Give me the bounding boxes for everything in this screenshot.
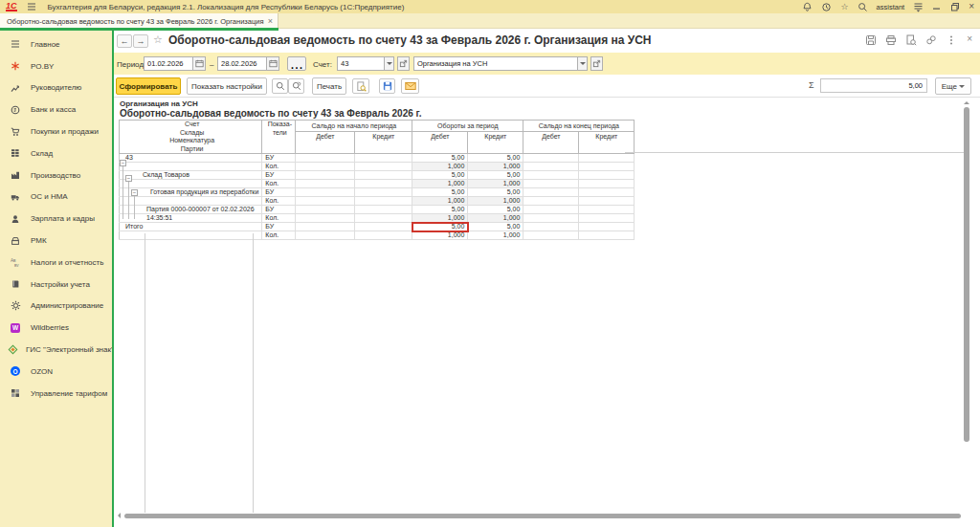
app-window: 1С Бухгалтерия для Беларуси, редакция 2.… xyxy=(0,0,980,527)
osv-table: Счет Склады Номенклатура Партии Показа- … xyxy=(119,120,635,240)
table-row-account[interactable]: 43БУ 5,005,00 xyxy=(120,154,635,163)
date-to-input[interactable] xyxy=(217,56,267,71)
print-icon[interactable] xyxy=(885,34,897,46)
restore-button[interactable] xyxy=(950,2,960,11)
col-header-account: Счет Склады Номенклатура Партии xyxy=(120,121,262,154)
sidebar-item-zarplata-i-kadry[interactable]: Зарплата и кадры xyxy=(0,208,112,230)
sidebar-item-administrirovanie[interactable]: Администрирование xyxy=(0,296,112,318)
table-row-qty[interactable]: 14:35:51Кол. 1,0001,000 xyxy=(120,214,635,223)
sidebar-item-upravlenie-tarifom[interactable]: Управление тарифом xyxy=(0,383,112,405)
date-from-input[interactable] xyxy=(144,56,193,71)
tab-osv-report[interactable]: Оборотно-сальдовая ведомость по счету 43… xyxy=(0,13,278,29)
scroll-up-arrow[interactable] xyxy=(964,99,969,104)
sidebar-item-ozon[interactable]: O OZON xyxy=(0,361,112,383)
table-row-qty[interactable]: Кол. 1,0001,000 xyxy=(120,180,635,188)
notifications-bell-icon[interactable] xyxy=(802,2,813,12)
sidebar-item-gis-elektronny-znak[interactable]: ГИС "Электронный знак" xyxy=(0,339,112,361)
table-row-total[interactable]: ИтогоБУ 5,005,00 xyxy=(120,223,635,231)
table-row-qty[interactable]: Кол. 1,0001,000 xyxy=(120,163,635,171)
table-row-total-qty[interactable]: Кол. 1,0001,000 xyxy=(120,231,635,240)
preview-icon[interactable] xyxy=(905,34,917,46)
selected-cell: 5,00 xyxy=(412,223,468,231)
show-settings-button[interactable]: Показать настройки xyxy=(187,77,267,95)
history-icon[interactable] xyxy=(821,2,832,12)
favorite-star-icon[interactable]: ☆ xyxy=(153,33,163,46)
tree-collapse-level2[interactable]: − xyxy=(125,175,132,182)
save-report-button[interactable] xyxy=(379,78,395,94)
horizontal-scrollbar[interactable] xyxy=(115,513,963,520)
sum-field[interactable] xyxy=(820,78,927,93)
sidebar-item-sklad[interactable]: Склад xyxy=(0,143,112,165)
col-header-credit: Кредит xyxy=(468,131,523,153)
person-icon xyxy=(10,214,21,224)
sidebar-item-rukovoditelyu[interactable]: Руководителю xyxy=(0,77,112,99)
sidebar-item-pokupki-i-prodazhi[interactable]: Покупки и продажи xyxy=(0,121,112,143)
sidebar-item-wildberries[interactable]: W Wildberries xyxy=(0,317,112,339)
horizontal-scroll-thumb[interactable] xyxy=(124,514,961,518)
link-icon[interactable] xyxy=(925,34,937,46)
svg-text:ву: ву xyxy=(14,263,19,268)
wildberries-icon: W xyxy=(10,323,21,333)
filter-panel: Период: – ... Счет: xyxy=(114,53,980,75)
sidebar-item-os-i-nma[interactable]: ОС и НМА xyxy=(0,187,112,209)
send-email-button[interactable] xyxy=(401,78,419,94)
table-row-batch[interactable]: Партия 0000-000007 от 02.02.2026БУ 5,005… xyxy=(120,206,635,214)
print-button[interactable]: Печать xyxy=(312,77,346,95)
organization-dropdown-button[interactable] xyxy=(577,56,588,71)
close-report-icon[interactable]: × xyxy=(967,33,972,44)
account-choose-button[interactable] xyxy=(397,56,410,71)
table-row-nomenclature[interactable]: Готовая продукция из переработкиБУ 5,005… xyxy=(120,188,635,197)
vertical-scrollbar[interactable] xyxy=(964,99,969,513)
grid-line xyxy=(253,233,254,513)
factory-icon xyxy=(10,170,21,180)
account-dropdown-button[interactable] xyxy=(384,56,394,71)
vertical-scroll-thumb[interactable] xyxy=(964,107,969,442)
window-title: Бухгалтерия для Беларуси, редакция 2.1. … xyxy=(48,3,405,11)
date-from-calendar-button[interactable] xyxy=(192,56,206,71)
titlebar-actions: ☆ assistant × xyxy=(802,2,974,12)
main-menu-icon[interactable] xyxy=(27,2,36,11)
favorites-star-icon[interactable]: ☆ xyxy=(840,3,848,11)
sidebar-item-nalogi-i-otchetnost[interactable]: Авву Налоги и отчетность xyxy=(0,252,112,274)
date-to-calendar-button[interactable] xyxy=(266,56,279,71)
grid-line xyxy=(145,233,145,513)
col-group-opening-balance: Сальдо на начало периода xyxy=(296,121,412,132)
sidebar-item-bank-i-kassa[interactable]: Банк и касса xyxy=(0,99,112,121)
save-icon[interactable] xyxy=(865,34,877,46)
coin-icon xyxy=(10,105,21,115)
current-user[interactable]: assistant xyxy=(877,3,905,11)
back-button[interactable]: ← xyxy=(117,34,132,48)
find-next-button[interactable] xyxy=(288,78,304,94)
col-header-debit: Дебет xyxy=(412,131,468,153)
tools-settings-icon[interactable] xyxy=(913,2,924,12)
find-button[interactable] xyxy=(272,78,288,94)
sidebar-item-glavnoe[interactable]: Главное xyxy=(0,33,112,55)
sidebar-item-rmk[interactable]: РМК xyxy=(0,230,112,252)
more-menu-icon[interactable] xyxy=(946,34,957,46)
period-options-button[interactable]: ... xyxy=(287,56,306,71)
sidebar-item-poby[interactable]: PO.BY xyxy=(0,55,112,77)
more-button[interactable]: Еще xyxy=(935,77,971,95)
table-row-warehouse[interactable]: Склад ТоваровБУ 5,005,00 xyxy=(120,171,635,180)
chevron-down-icon xyxy=(580,62,586,68)
col-group-closing-balance: Сальдо на конец периода xyxy=(523,121,635,132)
table-row-qty[interactable]: Кол. 1,0001,000 xyxy=(120,197,635,206)
account-input[interactable] xyxy=(337,56,385,71)
minimize-button[interactable] xyxy=(932,2,942,11)
search-icon[interactable] xyxy=(858,2,868,12)
close-window-button[interactable]: × xyxy=(969,2,974,11)
chevron-down-icon xyxy=(387,62,392,68)
forward-button[interactable]: → xyxy=(133,34,148,48)
sidebar-item-proizvodstvo[interactable]: Производство xyxy=(0,165,112,187)
scroll-left-arrow[interactable] xyxy=(115,513,121,518)
menu-icon xyxy=(10,39,21,49)
print-preview-button[interactable] xyxy=(352,78,369,94)
organization-choose-button[interactable] xyxy=(590,56,603,71)
tree-collapse-level3[interactable]: − xyxy=(131,189,138,196)
sidebar-item-nastroyki-ucheta[interactable]: Настройки учета xyxy=(0,274,112,296)
generate-button[interactable]: Сформировать xyxy=(116,77,181,95)
window-titlebar: 1С Бухгалтерия для Беларуси, редакция 2.… xyxy=(0,0,980,13)
tab-close-icon[interactable]: × xyxy=(268,16,273,26)
tree-collapse-level1[interactable]: − xyxy=(120,160,126,166)
organization-input[interactable] xyxy=(413,56,578,71)
